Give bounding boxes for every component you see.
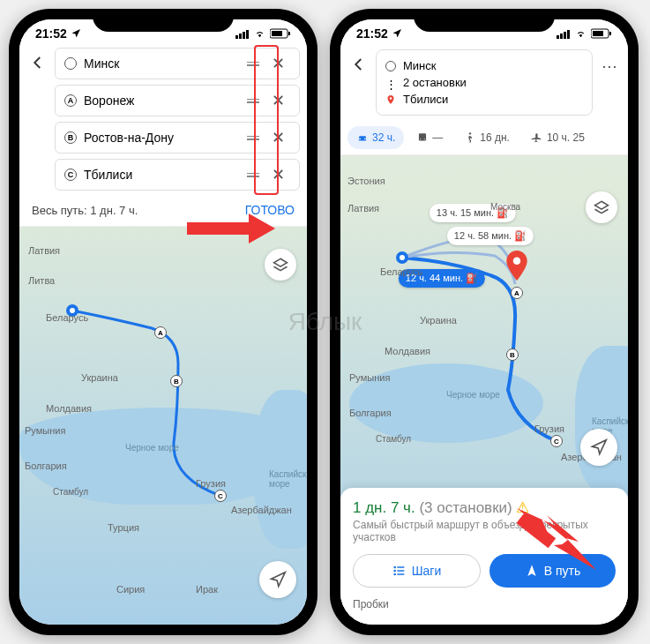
route-summary: Весь путь: 1 дн. 7 ч. — [32, 204, 138, 217]
drag-handle-icon[interactable] — [247, 173, 259, 177]
svg-rect-15 — [560, 34, 563, 39]
map-label: Украина — [420, 315, 457, 326]
stop-input-b[interactable] — [84, 131, 240, 145]
map-label: Румыния — [25, 425, 65, 436]
back-button[interactable] — [26, 48, 49, 81]
map-label: Черное море — [125, 443, 179, 453]
map-label: Румыния — [349, 372, 390, 383]
map-label: Черное море — [446, 390, 500, 400]
location-icon — [71, 28, 81, 39]
mode-tab-plane[interactable]: 10 ч. 25 — [522, 126, 594, 149]
waypoint-a-marker-icon: A — [64, 94, 77, 107]
stops-marker-icon: ⋮ — [385, 78, 396, 88]
svg-marker-1 — [272, 573, 286, 587]
map-label: Стамбул — [376, 434, 411, 444]
map-label: Беларусь — [380, 266, 422, 277]
svg-rect-3 — [239, 34, 242, 39]
stop-row-c: C ✕ — [55, 159, 300, 191]
svg-marker-13 — [593, 440, 607, 454]
steps-button[interactable]: Шаги — [353, 554, 481, 588]
svg-marker-10 — [249, 213, 275, 243]
plane-icon — [531, 131, 543, 144]
wifi-icon — [574, 29, 587, 39]
annotation-arrow — [187, 213, 275, 247]
mode-tab-car[interactable]: 32 ч. — [347, 126, 404, 149]
svg-rect-17 — [567, 30, 570, 39]
close-icon[interactable]: ✕ — [266, 93, 290, 109]
waypoint-a: A — [154, 326, 167, 339]
close-icon[interactable]: ✕ — [266, 56, 290, 71]
waypoint-c: C — [214, 490, 227, 502]
wifi-icon — [253, 29, 266, 39]
svg-marker-12 — [595, 201, 609, 209]
map-label: Ирак — [196, 584, 218, 595]
route-summary-card[interactable]: Минск ⋮2 остановки Тбилиси — [376, 49, 593, 116]
svg-rect-16 — [564, 32, 566, 39]
route-origin: Минск — [403, 59, 436, 72]
svg-point-23 — [420, 139, 421, 139]
svg-rect-19 — [593, 31, 603, 36]
svg-rect-4 — [243, 32, 245, 39]
battery-icon — [270, 28, 291, 39]
svg-rect-14 — [557, 35, 559, 39]
notch — [414, 9, 555, 32]
traffic-label: Пробки — [353, 598, 616, 610]
mode-tab-walk[interactable]: 16 дн. — [455, 126, 519, 149]
stop-input-origin[interactable] — [84, 56, 240, 71]
menu-button[interactable]: ⋯ — [598, 49, 621, 83]
route-origin-dot — [396, 251, 408, 264]
close-icon[interactable]: ✕ — [266, 167, 290, 183]
svg-point-30 — [394, 570, 395, 571]
map-label: Молдавия — [46, 403, 92, 414]
map-label: Эстония — [347, 176, 385, 186]
waypoint-b: B — [170, 375, 183, 387]
stop-row-a: A ✕ — [55, 85, 300, 116]
svg-point-24 — [424, 139, 425, 139]
stop-row-origin: ✕ — [55, 48, 300, 79]
origin-marker-icon — [64, 57, 77, 70]
close-icon[interactable]: ✕ — [266, 130, 290, 146]
svg-point-25 — [469, 132, 471, 134]
waypoint-b-marker-icon: B — [64, 131, 77, 144]
map-label: Болгария — [25, 461, 67, 471]
svg-marker-0 — [274, 258, 288, 266]
mode-tab-transit[interactable]: — — [407, 126, 452, 149]
svg-rect-9 — [187, 222, 249, 235]
waypoint-a: A — [511, 287, 523, 299]
origin-marker-icon — [385, 61, 396, 71]
location-icon — [392, 28, 402, 39]
phone-left: A B C Латвия Литва Беларусь Украина Молд… — [9, 9, 318, 635]
svg-marker-35 — [561, 540, 594, 568]
back-button[interactable] — [347, 49, 370, 83]
svg-point-11 — [513, 257, 521, 265]
waypoint-b: B — [506, 348, 519, 361]
recenter-button[interactable] — [580, 429, 617, 466]
map-label: Болгария — [349, 408, 392, 418]
stop-input-a[interactable] — [84, 94, 240, 108]
waypoint-c-marker-icon: C — [64, 168, 77, 181]
drag-handle-icon[interactable] — [247, 62, 259, 66]
map-label: Москва — [490, 202, 520, 212]
svg-point-31 — [394, 573, 395, 574]
drag-handle-icon[interactable] — [247, 136, 259, 140]
list-icon — [392, 564, 407, 578]
destination-marker-icon — [385, 94, 396, 105]
car-icon — [356, 131, 369, 144]
map-label: Молдавия — [385, 346, 430, 356]
layers-button[interactable] — [586, 191, 617, 223]
walk-icon — [464, 131, 476, 144]
destination-pin-icon — [505, 251, 528, 284]
waypoint-c: C — [550, 435, 563, 447]
map-label: Латвия — [347, 203, 379, 213]
map-label: Литва — [28, 275, 55, 286]
stop-input-c[interactable] — [84, 168, 240, 182]
route-alt-bubble[interactable]: 12 ч. 58 мин. ⛽ — [447, 227, 534, 245]
svg-rect-5 — [246, 30, 249, 39]
layers-button[interactable] — [265, 249, 296, 281]
drag-handle-icon[interactable] — [247, 99, 259, 103]
map-label: Грузия — [534, 423, 564, 434]
svg-point-21 — [390, 97, 392, 100]
svg-rect-20 — [609, 32, 611, 35]
phone-right: A B C 13 ч. 15 мин. ⛽ 12 ч. 58 мин. ⛽ 12… — [330, 9, 639, 635]
recenter-button[interactable] — [259, 561, 296, 598]
